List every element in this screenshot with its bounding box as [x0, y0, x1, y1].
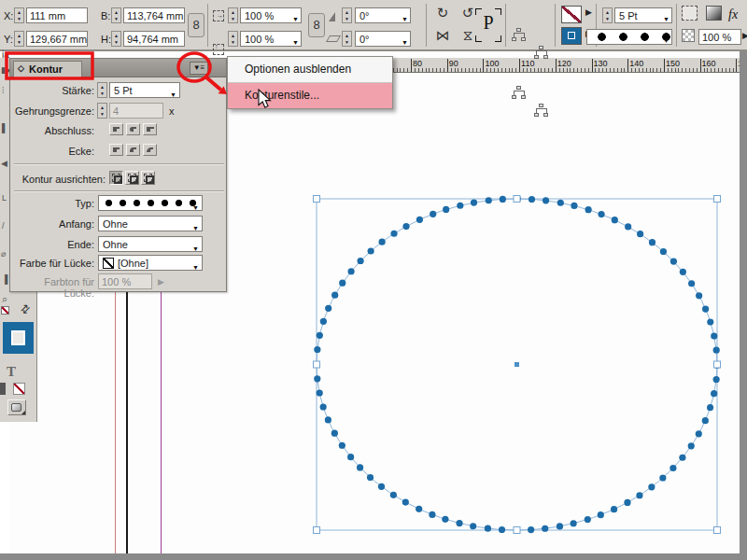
miter-join-button[interactable]	[109, 144, 123, 156]
y-label: Y:	[4, 34, 13, 45]
ruler-tick-label: 120	[557, 59, 571, 68]
scale-x-icon: →	[213, 10, 224, 21]
stroke-proxy-swatch[interactable]	[3, 322, 34, 354]
round-join-button[interactable]	[126, 144, 140, 156]
weight-label: Stärke:	[14, 85, 94, 96]
constrain-dimensions-chain-icon[interactable]: 8	[188, 13, 204, 37]
rotation-combo[interactable]: 0°▼	[355, 7, 411, 23]
height-input[interactable]: 94,764 mm	[123, 31, 185, 47]
apply-none-button[interactable]	[13, 383, 25, 395]
miter-label: Gehrungsgrenze:	[14, 105, 94, 117]
opacity-icon	[682, 29, 695, 42]
gap-tint-input[interactable]: 100 %	[98, 273, 152, 289]
projecting-cap-button[interactable]	[143, 123, 157, 135]
fill-proxy-none-swatch[interactable]	[1, 306, 9, 315]
stroke-swatch-flyout-icon[interactable]: ▶	[585, 7, 592, 17]
ruler-tick-label: 90	[449, 59, 458, 68]
align-stroke-outside-button[interactable]	[141, 171, 155, 185]
align-stroke-inside-button[interactable]	[125, 171, 139, 185]
ruler-tick-label: 80	[413, 59, 422, 68]
bevel-join-button[interactable]	[143, 144, 157, 156]
gap-color-combo[interactable]: [Ohne]▼	[98, 255, 203, 271]
y-stepper[interactable]: ▲▼	[14, 31, 24, 47]
gap-tint-flyout-icon: ▶	[158, 277, 164, 287]
scale-y-combo[interactable]: 100 %▼	[240, 31, 302, 47]
height-stepper[interactable]: ▲▼	[111, 31, 121, 47]
select-next-object-icon[interactable]	[532, 103, 551, 120]
round-cap-button[interactable]	[126, 123, 140, 135]
swap-fill-stroke-icon[interactable]: ⇄	[18, 301, 34, 316]
corner-label: Ecke:	[14, 146, 94, 157]
opacity-input[interactable]: 100 %	[698, 29, 741, 45]
miter-unit: x	[169, 105, 182, 117]
cap-label: Abschluss:	[14, 125, 94, 136]
frame-fitting-icon[interactable]	[682, 6, 698, 21]
start-label: Anfang:	[14, 218, 94, 230]
butt-cap-button[interactable]	[109, 123, 123, 135]
select-content-icon[interactable]	[510, 85, 529, 103]
ruler-tick-label: 160	[702, 59, 716, 68]
ruler-tick-label: 140	[629, 59, 643, 68]
scale-y-stepper[interactable]: ▲▼	[228, 31, 238, 47]
miter-stepper[interactable]: ▲▼	[97, 103, 107, 119]
end-label: Ende:	[14, 239, 94, 250]
gap-color-none-swatch	[103, 258, 114, 269]
width-input[interactable]: 113,764 mm	[123, 7, 185, 23]
scale-x-stepper[interactable]: ▲▼	[228, 7, 238, 23]
stroke-weight-combo[interactable]: 5 Pt▼	[614, 7, 672, 23]
x-input[interactable]: 111 mm	[26, 7, 88, 23]
type-combo[interactable]: ▼	[98, 195, 203, 211]
stroke-color-swatch[interactable]	[561, 6, 582, 23]
width-label: B:	[101, 10, 110, 21]
x-label: X:	[4, 10, 13, 21]
view-mode-button[interactable]	[7, 399, 26, 415]
constrain-scale-chain-icon[interactable]: 8	[308, 13, 325, 37]
hidden-tab-fragment: ia	[2, 49, 9, 60]
rotation-stepper[interactable]: ▲▼	[342, 7, 352, 23]
collapse-diamond-icon: ◇	[18, 63, 24, 73]
height-label: H:	[101, 34, 111, 45]
type-label: Typ:	[14, 198, 94, 209]
y-input[interactable]: 129,667 mm	[26, 31, 88, 47]
stroke-weight-stepper[interactable]: ▲▼	[602, 7, 613, 23]
select-container-icon[interactable]	[510, 27, 529, 45]
align-stroke-center-button[interactable]	[109, 171, 123, 185]
shear-combo[interactable]: 0°▼	[355, 31, 411, 47]
stroke-panel-header[interactable]: ◇ Kontur ▼≡	[10, 59, 226, 77]
start-combo[interactable]: Ohne▼	[98, 216, 203, 231]
gap-color-label: Farbe für Lücke:	[14, 258, 94, 269]
select-previous-object-icon[interactable]	[532, 45, 551, 63]
shear-angle-icon	[326, 35, 341, 42]
gradient-icon[interactable]	[706, 6, 722, 21]
panel-flyout-menu-button[interactable]: ▼≡	[190, 62, 208, 75]
scale-y-icon: ↑	[213, 44, 224, 55]
stroke-type-combo[interactable]: ▼	[586, 29, 672, 45]
stroke-panel-tab[interactable]: ◇ Kontur	[13, 61, 82, 77]
flip-horizontal-icon[interactable]: ⋈	[431, 27, 454, 44]
x-stepper[interactable]: ▲▼	[14, 7, 24, 23]
reference-point-proxy[interactable]: P	[475, 8, 501, 42]
ruler-tick-label: 130	[594, 59, 608, 68]
shear-stepper[interactable]: ▲▼	[342, 31, 352, 47]
formatting-affects-text-button[interactable]: T	[7, 364, 16, 380]
ruler-tick-label: 150	[666, 59, 680, 68]
end-combo[interactable]: Ohne▼	[98, 236, 203, 252]
weight-combo[interactable]: 5 Pt▼	[109, 82, 180, 98]
opacity-flyout-icon[interactable]: ▶	[742, 31, 747, 40]
scale-x-combo[interactable]: 100 %▼	[240, 7, 302, 23]
menu-item-hide-options[interactable]: Optionen ausblenden	[228, 57, 392, 82]
fill-color-swatch[interactable]	[561, 27, 582, 45]
weight-stepper[interactable]: ▲▼	[97, 82, 107, 98]
align-label: Kontur ausrichten:	[14, 174, 106, 185]
miter-input[interactable]: 4	[109, 103, 163, 119]
gap-tint-label: Farbton für Lücke:	[14, 276, 94, 299]
effects-fx-button[interactable]: fx	[728, 7, 738, 22]
menu-item-stroke-styles[interactable]: Konturenstile...	[228, 83, 392, 108]
apply-color-button[interactable]	[0, 383, 6, 395]
ruler-tick-label: 100	[485, 59, 499, 68]
rotate-cw-icon[interactable]: ↻	[431, 5, 454, 21]
panel-flyout-menu: Optionen ausblenden Konturenstile...	[227, 56, 393, 109]
pasteboard-edge-bottom	[0, 553, 747, 560]
width-stepper[interactable]: ▲▼	[111, 7, 121, 23]
pasteboard-edge-right	[740, 51, 747, 560]
